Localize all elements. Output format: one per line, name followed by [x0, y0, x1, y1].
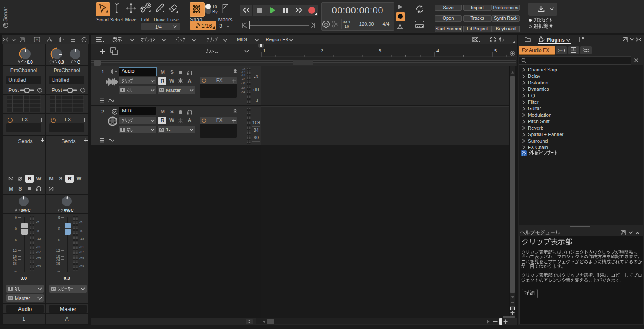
svg-text:A: A [36, 38, 38, 42]
svg-text:S: S [195, 6, 198, 12]
svg-text:FX: FX [522, 153, 525, 156]
svg-text:midi: midi [559, 49, 564, 52]
